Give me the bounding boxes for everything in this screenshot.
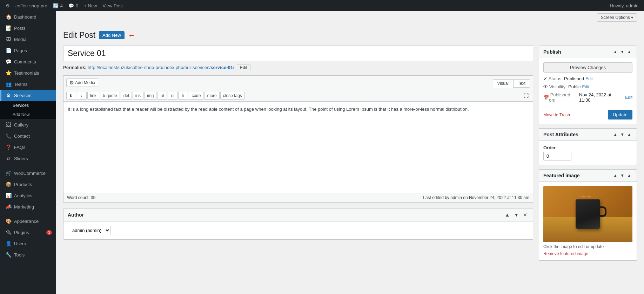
sidebar-label-dashboard: Dashboard [14,14,36,20]
post-attributes-header: Post Attributes ▲ ▼ ▲ [539,129,637,141]
preview-changes-button[interactable]: Preview Changes [543,62,632,73]
post-attr-close[interactable]: ▲ [626,131,632,138]
post-title-input[interactable] [63,46,533,61]
sidebar-item-appearance[interactable]: 🎨 Appearance [0,216,56,227]
sidebar-item-comments[interactable]: 💬 Comments [0,56,56,67]
sidebar-item-woocommerce[interactable]: 🛒 WooCommerce [0,167,56,179]
sidebar-item-dashboard[interactable]: 🏠 Dashboard [0,11,56,22]
wp-wrap: 🏠 Dashboard 📝 Posts 🖼 Media 📄 Pages 💬 Co… [0,11,644,294]
publish-close[interactable]: ▲ [626,49,632,55]
sidebar-label-products: Products [14,182,32,187]
editor-content-area[interactable]: It is a long established fact that a rea… [63,102,533,193]
status-edit-link[interactable]: Edit [585,76,593,81]
submenu-item-services-add-new[interactable]: Add New [0,110,56,119]
sidebar-item-posts[interactable]: 📝 Posts [0,22,56,34]
featured-image-title: Featured image [543,173,579,178]
toolbar-btn-close-tags[interactable]: close tags [220,92,245,100]
post-attr-collapse-down[interactable]: ▼ [619,131,625,138]
toolbar-btn-i[interactable]: i [77,92,87,100]
analytics-icon: 📊 [6,193,11,198]
edit-slug-button[interactable]: Edit [237,64,250,71]
sidebar-item-faqs[interactable]: ❓ FAQs [0,142,56,153]
author-select[interactable]: admin (admin) [68,226,110,235]
sidebar-item-services[interactable]: ⚙ Services [0,90,56,101]
featured-image-caption: Click the image to edit or update [543,244,632,249]
sidebar-item-teams[interactable]: 👥 Teams [0,78,56,90]
sidebar-item-analytics[interactable]: 📊 Analytics [0,190,56,201]
sidebar-label-services: Services [14,93,32,98]
publish-collapse-down[interactable]: ▼ [619,49,625,55]
word-count: Word count: 39 [67,195,95,200]
update-button[interactable]: Update [608,110,632,119]
order-label: Order [543,145,632,150]
visibility-edit-link[interactable]: Edit [582,84,589,89]
sidebar-item-media[interactable]: 🖼 Media [0,34,56,45]
post-attr-collapse-up[interactable]: ▲ [612,131,618,138]
toolbar-btn-b[interactable]: b [66,92,76,100]
post-attributes-controls: ▲ ▼ ▲ [612,131,632,138]
sidebar-item-products[interactable]: 📦 Products [0,179,56,190]
featured-img-close[interactable]: ▲ [626,172,632,179]
sidebar-label-gallery: Gallery [14,122,28,128]
toolbar-btn-li[interactable]: li [178,92,188,100]
toolbar-btn-ins[interactable]: ins [133,92,143,100]
toolbar-btn-ol[interactable]: ol [168,92,177,100]
sidebar-item-pages[interactable]: 📄 Pages [0,45,56,56]
sidebar-item-tools[interactable]: 🔧 Tools [0,249,56,260]
featured-image[interactable]: ∼∼ [543,186,632,242]
page-header: Edit Post Add New ← [63,27,637,40]
sidebar-item-users[interactable]: 👤 Users [0,238,56,249]
add-media-button[interactable]: 🖼 Add Media [66,78,98,87]
wp-logo-item[interactable]: ⚙ [3,0,13,11]
toolbar-btn-link[interactable]: link [87,92,99,100]
published-date-row: 📅 Published on: Nov 24, 2022 at 11:30 Ed… [543,92,632,103]
featured-img-collapse-down[interactable]: ▼ [619,172,625,179]
toolbar-btn-bquote[interactable]: b-quote [100,92,120,100]
comments-menu-icon: 💬 [6,59,11,64]
screen-options-bar: Screen Options ▾ [63,11,637,24]
comments-icon: 💬 [68,3,74,8]
submenu-item-services-all[interactable]: Services [0,101,56,110]
tab-text[interactable]: Text [513,79,530,88]
wp-logo-icon: ⚙ [6,3,10,8]
appearance-icon: 🎨 [6,218,11,224]
published-edit-link[interactable]: Edit [625,95,632,100]
new-item[interactable]: + New [81,0,100,11]
site-name-item[interactable]: coffee-shop-pro [13,0,50,11]
permalink-link[interactable]: http://localhost/luzuk/coffee-shop-pro/i… [88,65,235,70]
sidebar-item-marketing[interactable]: 📣 Marketing [0,201,56,212]
sidebar-item-sliders[interactable]: ⧉ Sliders [0,153,56,164]
sidebar-item-plugins[interactable]: 🔌 Plugins 3 [0,227,56,238]
visibility-label: Visibility: [548,84,567,89]
sidebar-item-testimonials[interactable]: ⭐ Testimonials [0,67,56,78]
view-post-item[interactable]: View Post [100,0,126,11]
updates-item[interactable]: 🔄 4 [50,0,66,11]
updates-icon: 🔄 [53,3,59,8]
featured-img-collapse-up[interactable]: ▲ [612,172,618,179]
comments-item[interactable]: 💬 0 [66,0,81,11]
author-close[interactable]: ✕ [522,211,529,218]
move-to-trash-link[interactable]: Move to Trash [543,112,570,117]
author-collapse-down[interactable]: ▼ [512,211,520,218]
author-box-content: admin (admin) [63,221,533,239]
toolbar-btn-code[interactable]: code [189,92,203,100]
tab-visual[interactable]: Visual [493,79,513,88]
sidebar-item-contact[interactable]: 📞 Contact [0,130,56,142]
publish-actions: Move to Trash Update [543,107,632,119]
toolbar-btn-more[interactable]: more [204,92,219,100]
toolbar-btn-ul[interactable]: ul [157,92,167,100]
add-new-button[interactable]: Add New [99,31,125,39]
remove-featured-image-link[interactable]: Remove featured image [543,251,632,256]
screen-options-button[interactable]: Screen Options ▾ [597,13,637,22]
plugins-badge: 3 [46,230,52,235]
sidebar-item-gallery[interactable]: 🖼 Gallery [0,119,56,130]
author-collapse-up[interactable]: ▲ [503,211,511,218]
toolbar-btn-del[interactable]: del [121,92,132,100]
featured-image-wrap[interactable]: ∼∼ [543,186,632,242]
woocommerce-icon: 🛒 [6,170,11,176]
toolbar-btn-img[interactable]: img [144,92,156,100]
order-input[interactable] [543,152,571,160]
fullscreen-button[interactable]: ⛶ [522,91,530,100]
publish-collapse-up[interactable]: ▲ [612,49,618,55]
admin-bar: ⚙ coffee-shop-pro 🔄 4 💬 0 + New View Pos… [0,0,644,11]
